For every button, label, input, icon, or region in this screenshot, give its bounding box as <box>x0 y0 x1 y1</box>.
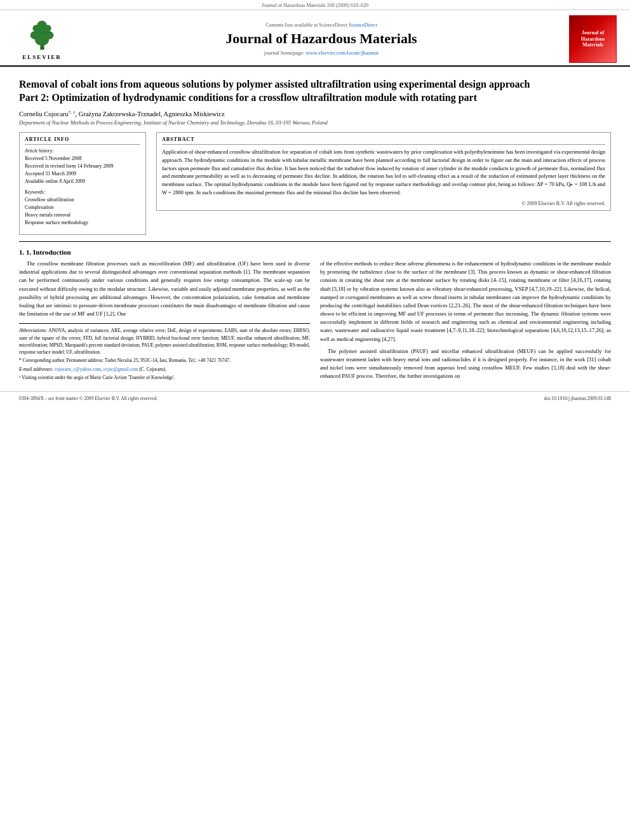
history-label: Article history: <box>25 148 140 154</box>
elsevier-logo-area: ELSEVIER <box>10 18 74 60</box>
authors-line: Corneliu Cojocaru*, 1, Grażyna Zakrzewsk… <box>19 110 611 118</box>
intro-para1: The crossflow membrane filtration proces… <box>19 260 310 318</box>
feed-word: feed <box>457 364 466 371</box>
journal-title: Journal of Hazardous Materials <box>80 30 563 47</box>
journal-citation: Journal of Hazardous Materials 169 (2009… <box>262 3 368 8</box>
sciencedirect-link[interactable]: ScienceDirect <box>349 22 377 28</box>
page-footer: 0304-3894/$ – see front matter © 2009 El… <box>0 391 630 405</box>
email-link1[interactable]: cojocaru_c@yahoo.com <box>55 366 101 372</box>
abstract-title: ABSTRACT <box>162 137 605 145</box>
author-names: Corneliu Cojocaru*, 1, Grażyna Zakrzewsk… <box>19 110 225 117</box>
svg-point-8 <box>41 47 43 50</box>
abstract-column: ABSTRACT Application of shear-enhanced c… <box>156 132 611 235</box>
keyword-1: Crossflow ultrafiltration <box>25 196 140 204</box>
intro-para3: The polymer assisted ultrafiltration (PA… <box>320 347 611 381</box>
journal-citation-bar: Journal of Hazardous Materials 169 (2009… <box>0 0 630 10</box>
email-fn: E-mail addresses: cojocaru_c@yahoo.com, … <box>19 366 310 373</box>
history-group: Article history: Received 5 November 200… <box>25 148 140 185</box>
accepted-date: Accepted 31 March 2009 <box>25 170 140 178</box>
corresponding-fn: * Corresponding author. Permanent addres… <box>19 357 310 364</box>
keywords-label: Keywords: <box>25 189 140 195</box>
contents-line: Contents lists available at ScienceDirec… <box>80 22 563 28</box>
keyword-2: Complexation <box>25 204 140 211</box>
keywords-group: Keywords: Crossflow ultrafiltration Comp… <box>25 189 140 227</box>
journal-homepage: journal homepage: www.elsevier.com/locat… <box>80 50 563 56</box>
affiliation: Department of Nuclear Methods in Process… <box>19 119 611 126</box>
intro-para2: of the effective methods to reduce these… <box>320 260 611 343</box>
footnotes: Abbreviations: ANOVA, analysis of varian… <box>19 323 310 381</box>
hazmat-logo-area: Journal ofHazardousMaterials <box>569 15 620 63</box>
email-link2[interactable]: ccjoc@gmail.com <box>104 366 138 372</box>
abstract-box: ABSTRACT Application of shear-enhanced c… <box>156 132 611 211</box>
hazmat-logo: Journal ofHazardousMaterials <box>569 15 617 63</box>
body-two-col: The crossflow membrane filtration proces… <box>19 260 611 384</box>
info-abstract-section: ARTICLE INFO Article history: Received 5… <box>19 132 611 235</box>
article-title: Removal of cobalt ions from aqueous solu… <box>19 78 611 105</box>
doi-footer: doi:10.1016/j.jhazmat.2009.03.148 <box>544 396 611 401</box>
issn-footer: 0304-3894/$ – see front matter © 2009 El… <box>19 396 158 401</box>
section-divider <box>19 241 611 242</box>
keyword-4: Response surface methodology <box>25 219 140 227</box>
keyword-3: Heavy metals removal <box>25 211 140 219</box>
article-info-column: ARTICLE INFO Article history: Received 5… <box>19 132 146 235</box>
abstract-text: Application of shear-enhanced crossflow … <box>162 148 605 197</box>
journal-url[interactable]: www.elsevier.com/locate/jhazmat <box>305 50 379 56</box>
elsevier-tree-icon <box>25 18 60 53</box>
journal-title-area: Contents lists available at ScienceDirec… <box>74 22 569 56</box>
abbreviations-fn: Abbreviations: ANOVA, analysis of varian… <box>19 327 310 356</box>
section1-heading: 1. 1. Introduction <box>19 248 611 256</box>
article-content: Removal of cobalt ions from aqueous solu… <box>0 67 630 391</box>
copyright-line: © 2009 Elsevier B.V. All rights reserved… <box>162 201 605 206</box>
article-info-box: ARTICLE INFO Article history: Received 5… <box>19 132 146 235</box>
revised-date: Received in revised form 14 February 200… <box>25 163 140 170</box>
online-date: Available online 8 April 2009 <box>25 178 140 185</box>
body-right-col: of the effective methods to reduce these… <box>320 260 611 384</box>
journal-header: ELSEVIER Contents lists available at Sci… <box>0 11 630 67</box>
article-info-title: ARTICLE INFO <box>25 137 140 145</box>
received-date: Received 5 November 2008 <box>25 155 140 163</box>
visiting-fn: ¹ Visiting scientist under the aegis of … <box>19 374 310 381</box>
body-left-col: The crossflow membrane filtration proces… <box>19 260 310 384</box>
svg-point-7 <box>37 21 46 29</box>
elsevier-wordmark: ELSEVIER <box>22 54 62 60</box>
